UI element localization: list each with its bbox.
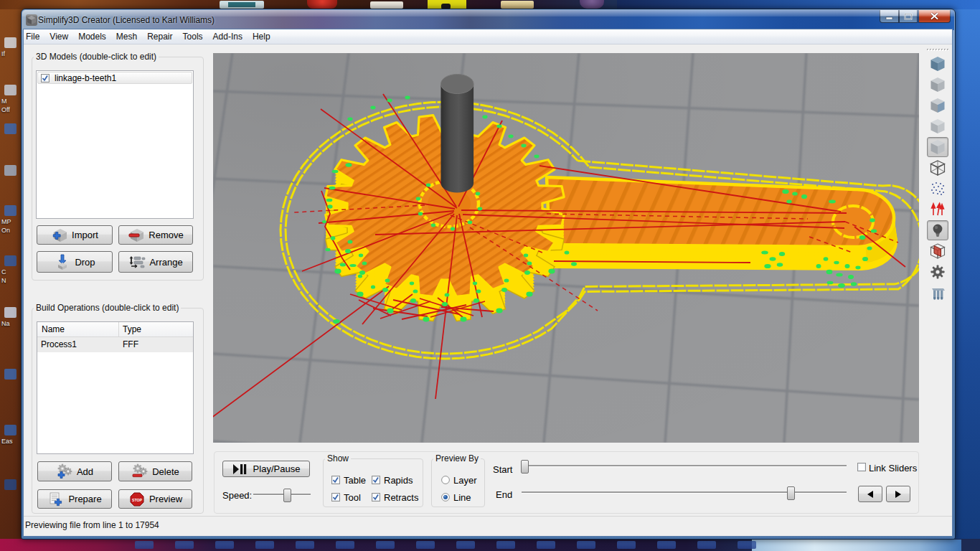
- svg-text:STOP: STOP: [132, 497, 143, 501]
